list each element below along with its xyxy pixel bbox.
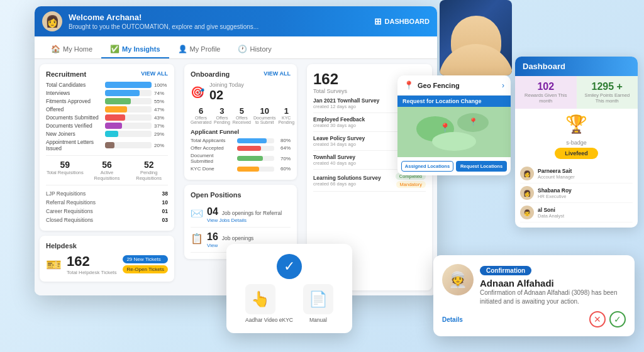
- joining-icon: 🎯: [191, 85, 204, 99]
- funnel-doc: Document Submitted 70%: [191, 153, 291, 164]
- confirmation-actions: ✕ ✓: [589, 311, 626, 327]
- bar-new-joiners: New Joiners 29%: [46, 131, 168, 137]
- dashboard-label: ⊞ DASHBOARD: [374, 16, 430, 26]
- funnel-kyc: KYC Done 60%: [191, 166, 291, 172]
- grid-icon: ⊞: [374, 16, 382, 26]
- assigned-locations-btn[interactable]: Assigned Locations: [401, 161, 453, 172]
- request-locations-btn[interactable]: Request Locations: [456, 161, 507, 172]
- recruitment-bars: Total Candidates 100% Interviews 74% Fit…: [46, 82, 168, 151]
- confirmation-header: 👳 Confirmation Adnaan Alfahadi Confirmat…: [442, 264, 626, 306]
- aadhar-icon: 👆: [245, 284, 275, 314]
- helpdesk-inner: 🎫 162 Total Helpdesk Tickets 29 New Tick…: [46, 253, 168, 275]
- requisition-rows: LJP Requisitions 38 Referral Requisition…: [46, 185, 168, 224]
- dashboard-card: Dashboard 102 Rewards Given This month 1…: [515, 57, 638, 228]
- bar-letters: Appointment Letters Issued 20%: [46, 139, 168, 151]
- req-closed: Closed Requisitions 03: [46, 216, 168, 224]
- profile-icon: 👤: [178, 45, 187, 53]
- stat-offers-gen: 6 Offers Generated: [191, 106, 211, 124]
- tab-history[interactable]: 🕐 History: [229, 41, 280, 58]
- face-photo: [440, 0, 512, 75]
- confirmation-details-link[interactable]: Details: [442, 316, 463, 323]
- geo-fencing-card: 📍 Geo Fencing › Request for Location Cha…: [397, 75, 511, 175]
- bar-fitments: Fitments Approved 55%: [46, 98, 168, 104]
- recruitment-view-all[interactable]: VIEW ALL: [141, 70, 168, 78]
- confirmation-card: 👳 Confirmation Adnaan Alfahadi Confirmat…: [433, 255, 635, 336]
- rewards-stat: 102 Rewards Given This month: [515, 76, 577, 109]
- geo-alert: Request for Location Change: [397, 96, 511, 107]
- points-stat: 1295 + Smiley Points Earned This month: [577, 76, 638, 109]
- nav-tabs: 🏠 My Home ✅ My Insights 👤 My Profile 🕐 H…: [35, 36, 437, 59]
- tab-my-home[interactable]: 🏠 My Home: [42, 41, 101, 58]
- jobs-icon: 📋: [191, 233, 203, 245]
- helpdesk-card: Helpdesk 🎫 162 Total Helpdesk Tickets 29…: [40, 236, 174, 282]
- app-header: 👩 Welcome Archana! Brought to you the OU…: [35, 6, 437, 36]
- onboarding-view-all[interactable]: VIEW ALL: [264, 70, 291, 78]
- face-body: [440, 44, 512, 75]
- kyc-aadhar[interactable]: 👆 Aadhar Video eKYC: [245, 284, 293, 323]
- confirmation-name: Adnaan Alfahadi: [480, 278, 626, 289]
- person-1-avatar: 👩: [520, 167, 534, 180]
- stat-offers-pend: 3 Offers Pending: [214, 106, 230, 124]
- joining-today: 🎯 Joining Today 02: [191, 82, 291, 102]
- reopen-tickets-badge: Re-Open Tickets: [123, 265, 168, 273]
- kyc-checkmark: ✓: [277, 254, 302, 279]
- confirmation-content: Confirmation Adnaan Alfahadi Confirmatio…: [480, 264, 626, 306]
- person-1: 👩 Parneera Sait Account Manager: [520, 164, 633, 184]
- accept-button[interactable]: ✓: [609, 311, 626, 327]
- geo-buttons: Assigned Locations Request Locations: [397, 157, 511, 175]
- onboarding-title: Onboarding VIEW ALL: [191, 70, 291, 78]
- svg-text:📍: 📍: [440, 123, 451, 133]
- dashboard-card-header: Dashboard: [515, 57, 638, 76]
- confirmation-badge: Confirmation: [480, 266, 531, 275]
- kyc-modal: ✓ 👆 Aadhar Video eKYC 📄 Manual: [226, 244, 352, 333]
- person-2: 👩 Shabana Roy HR Executive: [520, 184, 633, 203]
- confirmation-avatar: 👳: [442, 264, 474, 295]
- confirmation-footer: Details ✕ ✓: [442, 311, 626, 327]
- tab-my-profile[interactable]: 👤 My Profile: [169, 41, 230, 58]
- reject-button[interactable]: ✕: [589, 311, 606, 327]
- open-pos-referral: ✉️ 04 Job openings for Referral View Job…: [191, 202, 291, 228]
- bar-total-candidates: Total Candidates 100%: [46, 82, 168, 88]
- helpdesk-ticket-icon: 🎫: [46, 257, 62, 272]
- applicant-funnel: Applicant Funnel Total Applicants 80% Of…: [191, 128, 291, 172]
- history-icon: 🕐: [238, 45, 247, 53]
- recruitment-stats: 59 Total Requisitions 56 Active Requisit…: [46, 155, 168, 181]
- funnel-offer: Offer Accepted 64%: [191, 145, 291, 151]
- stat-pending-req: 52 Pending Requisitions: [130, 160, 168, 181]
- home-icon: 🏠: [51, 45, 60, 53]
- user-avatar: 👩: [42, 11, 62, 31]
- geo-header: 📍 Geo Fencing ›: [397, 75, 511, 96]
- kyc-manual[interactable]: 📄 Manual: [303, 284, 333, 323]
- req-referral: Referral Requisitions 10: [46, 198, 168, 207]
- recruitment-card: Recruitment VIEW ALL Total Candidates 10…: [40, 64, 174, 231]
- req-career: Career Requisitions 01: [46, 207, 168, 216]
- manual-icon: 📄: [303, 284, 333, 314]
- req-ljp: LJP Requisitions 38: [46, 189, 168, 198]
- geo-arrow-icon: ›: [502, 81, 504, 90]
- trophy-icon: 🏆: [515, 109, 638, 140]
- map-svg: 📍 📍: [397, 107, 511, 157]
- person-2-avatar: 👩: [520, 186, 534, 200]
- svg-text:📍: 📍: [469, 117, 478, 126]
- status-pending: Mandatory: [396, 181, 426, 188]
- person-3-avatar: 👨: [520, 206, 534, 219]
- helpdesk-title: Helpdesk: [46, 242, 168, 250]
- view-jobs-link[interactable]: View Jobs Details: [207, 217, 282, 223]
- bar-docs-verified: Documents Verified 37%: [46, 123, 168, 129]
- geo-icon: 📍: [404, 80, 414, 90]
- dashboard-stats: 102 Rewards Given This month 1295 + Smil…: [515, 76, 638, 109]
- bar-interviews: Interviews 74%: [46, 90, 168, 96]
- stat-docs-submit: 10 Documents to Submit: [253, 106, 275, 124]
- onboarding-stats: 6 Offers Generated 3 Offers Pending 5 Of…: [191, 106, 291, 124]
- stat-offers-recv: 5 Offers Received: [233, 106, 251, 124]
- bar-docs-submitted: Documents Submitted 43%: [46, 114, 168, 121]
- bar-offered: Offered 47%: [46, 106, 168, 113]
- referral-icon: ✉️: [191, 207, 203, 219]
- header-welcome: Welcome Archana! Brought to you the OUTC…: [69, 13, 368, 31]
- kyc-options: 👆 Aadhar Video eKYC 📄 Manual: [236, 284, 342, 323]
- stat-total-req: 59 Total Requisitions: [46, 160, 84, 181]
- tab-my-insights[interactable]: ✅ My Insights: [101, 41, 169, 58]
- livefeed-button[interactable]: Livefeed: [555, 148, 598, 159]
- dashboard-people: 👩 Parneera Sait Account Manager 👩 Shaban…: [515, 164, 638, 228]
- person-3: 👨 al Soni Data Analyst: [520, 203, 633, 223]
